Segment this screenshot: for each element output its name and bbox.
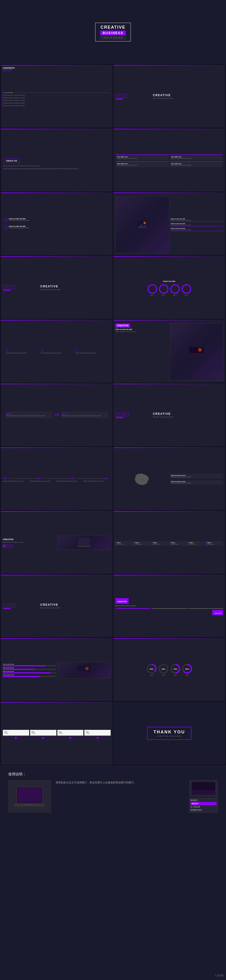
slide-part-four: PART FOUR CREATIVE Please click here to …: [1, 575, 113, 638]
pct-svg-1: 60%: [146, 663, 157, 674]
wbox-4: Title Content: [84, 730, 111, 736]
contents-title: CONTENTS: [3, 67, 15, 69]
thumb-svg-1: [192, 782, 215, 795]
creative-info-content: CREATIVE Please click here to enter your…: [115, 598, 223, 615]
part-three-content: PART THREE CREATIVE Please click here to…: [116, 386, 223, 444]
dot-circle-4: [97, 737, 99, 739]
svg-rect-4: [189, 353, 204, 356]
bar-3: [188, 608, 223, 609]
slide-part-two: PART TWO CREATIVE Please click here to e…: [1, 256, 113, 319]
usage-thumbnails: 更改图片... 编辑图片 大小和位置 设置图片格式: [189, 780, 218, 813]
slide-vs: NEW Please click here to enter your cont…: [1, 383, 113, 446]
circles-title: Enter the title: [163, 280, 175, 282]
ibox-text-2: Content here: [135, 543, 150, 545]
part-four-subtitle: Please click here to enter your content.: [40, 607, 110, 609]
creative-badge-text: CREATIVE: [117, 600, 127, 603]
ibox-4: Title 4 Content here: [170, 541, 187, 546]
part-three-title: CREATIVE: [153, 412, 223, 415]
ibox-2: Title 2 Content here: [134, 541, 151, 546]
pct-label-1: Label: [150, 675, 153, 676]
part-three-box: PART THREE: [116, 413, 129, 417]
svg-rect-31: [192, 790, 215, 795]
dot-1: [3, 737, 29, 739]
bars-content: Click to enter the title Click to enter …: [3, 641, 111, 699]
contents-header: CONTENTS IMPORT POINT: [3, 67, 15, 72]
info-grid: They differ only Please click here to en…: [116, 154, 223, 167]
year-3: 2020: [71, 477, 76, 479]
year-1: 2018: [3, 477, 9, 479]
bar-fill-4: [3, 676, 40, 677]
slide-thank-you: THANK YOU CREATIVE BUSINESS: [113, 702, 225, 765]
vs-divider: VS: [54, 412, 60, 418]
part-three-subtitle: Please click here to enter your content.: [153, 416, 223, 418]
dot-2: [30, 737, 56, 739]
contents-item-6: Please click here to enter your content.: [3, 105, 111, 107]
part-four-label: PART FOUR: [5, 605, 13, 606]
bar-1: [115, 608, 151, 609]
info-right-content: Click to enter the title Please click he…: [115, 196, 223, 253]
header-stripe: [113, 256, 225, 257]
creative-left: CREATIVE Click to enter the title Please…: [115, 323, 169, 381]
svg-text:25%: 25%: [161, 668, 165, 670]
circle-label-3: Item 3: [173, 294, 177, 296]
year-2: 2019: [37, 477, 43, 479]
item-text: Please click here to enter your content.: [5, 102, 25, 104]
header-stripe: [113, 511, 225, 512]
info-box-3: They differ only Please click here to en…: [116, 161, 169, 167]
item-bar: [3, 105, 3, 107]
title-slide: CREATIVE BUSINESS CREATIVE BUSINESS: [0, 0, 226, 64]
usage-laptop-svg: [14, 786, 45, 807]
wbox-2: Title Content: [30, 730, 56, 736]
wbox-1: Title Content: [3, 730, 29, 736]
svg-rect-29: [25, 804, 34, 806]
bar-fill-3: [3, 672, 51, 673]
title-caption: CREATIVE BUSINESS: [100, 36, 126, 39]
icon-3: [10, 545, 13, 547]
laptop-text: CREATIVE Please click here to enter your…: [3, 538, 56, 547]
creative-bars: [115, 608, 223, 609]
header-stripe: [113, 447, 225, 448]
circle-item-1: Item 1: [148, 284, 157, 296]
pct-svg-4: 90%: [182, 663, 193, 674]
svg-rect-27: [18, 788, 42, 803]
num-circle-1: 01: [4, 218, 8, 222]
slides-grid: CONTENTS IMPORT POINT Enter the title Pl…: [0, 64, 226, 765]
item-text: Please click here to enter your content.: [171, 224, 223, 226]
china-map-svg-container: [115, 473, 169, 486]
wbox-text-2: Content: [32, 733, 55, 734]
vs-old-text: Please click here to enter your content.…: [62, 415, 107, 417]
pct-svg-2: 25%: [158, 663, 169, 674]
creative-label: CREATIVE: [153, 94, 223, 97]
slide-bars-left: Click to enter the title Click to enter …: [1, 638, 113, 701]
num-text: Please click here to enter your content.: [9, 227, 110, 229]
header-stripe: [113, 320, 225, 320]
creative-title: CREATIVE: [115, 324, 130, 328]
usage-title: 使用说明：: [8, 772, 218, 776]
timeline-text-2: Please click here to enter your content.: [30, 480, 57, 482]
part-four-accent: [3, 608, 10, 609]
photo-placeholder: [115, 196, 169, 253]
slide-creative-info: CREATIVE Please click here to enter your…: [113, 575, 225, 638]
creative-sub-badge: CREATIVE: [212, 610, 223, 615]
circle-item-4: Item 4: [182, 284, 191, 296]
menu-item-1: 更改图片...: [191, 799, 216, 802]
creative-subtitle: Please click here to enter your content.: [153, 98, 223, 99]
slide-circles-pct: 60% Label 25% Label 75% L: [113, 638, 225, 701]
part-four-title: CREATIVE: [40, 603, 110, 606]
part-two-subtitle: Please click here to enter your content.: [40, 289, 110, 290]
laptop-icon: [78, 538, 91, 547]
laptop-title: CREATIVE: [3, 538, 56, 541]
part-two-title: CREATIVE: [40, 285, 110, 288]
usage-text: 请将鼠标点击文字选择图片，然后在图片上右键选择更改图片的图片。: [56, 780, 186, 785]
header-stripe: [113, 383, 225, 384]
part-three-left: PART THREE: [116, 412, 151, 418]
spacer: [4, 223, 110, 224]
vs-container: NEW Please click here to enter your cont…: [3, 412, 110, 418]
ibox-text-5: Content here: [189, 543, 204, 545]
creative-badge: CREATIVE: [115, 598, 129, 604]
contents-item-1: Enter the title: [3, 92, 111, 94]
map-text-1: Please click here to enter your content.: [171, 476, 223, 477]
slide-info-grid: They differ only Please click here to en…: [113, 129, 225, 191]
vs-new-box: NEW Please click here to enter your cont…: [5, 412, 53, 418]
part-four-box: PART FOUR: [3, 604, 16, 608]
